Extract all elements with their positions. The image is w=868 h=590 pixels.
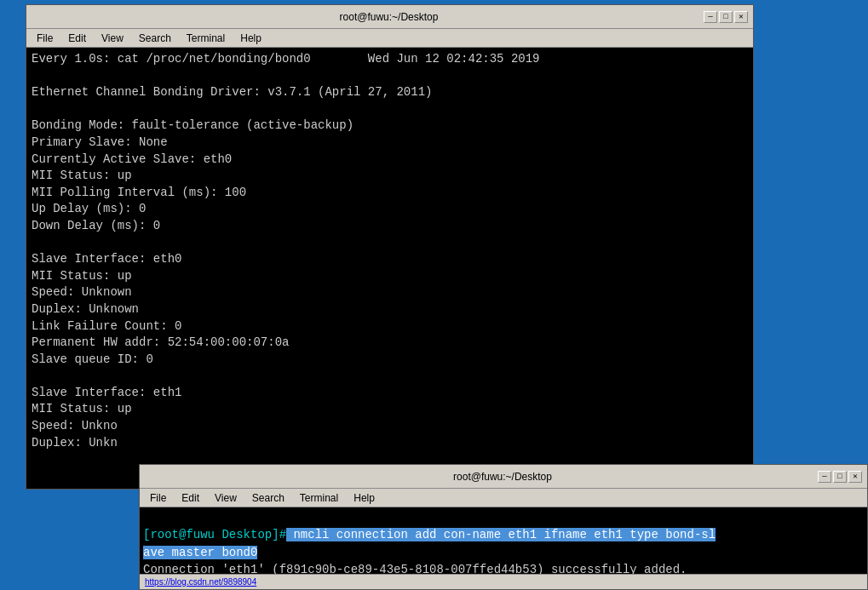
menu-edit-1[interactable]: Edit [61, 31, 93, 46]
minimize-button-2[interactable]: — [818, 471, 831, 483]
title-2: root@fuwu:~/Desktop [187, 471, 818, 483]
cmd-line-1b: ave master bond0 [143, 546, 257, 559]
menu-file-1[interactable]: File [30, 31, 60, 46]
menu-search-2[interactable]: Search [245, 490, 291, 506]
menu-help-1[interactable]: Help [233, 31, 268, 46]
close-button-1[interactable]: ✕ [734, 11, 748, 23]
maximize-button-1[interactable]: □ [719, 11, 733, 23]
output-line-1: Connection 'eth1' (f891c90b-ce89-43e5-81… [143, 563, 687, 574]
menu-file-2[interactable]: File [143, 490, 173, 506]
menubar-2: File Edit View Search Terminal Help [140, 489, 867, 507]
menu-help-2[interactable]: Help [347, 490, 382, 506]
menu-terminal-2[interactable]: Terminal [293, 490, 345, 506]
window-controls-2[interactable]: — □ ✕ [818, 471, 862, 483]
menu-edit-2[interactable]: Edit [175, 490, 206, 506]
menu-terminal-1[interactable]: Terminal [180, 31, 232, 46]
maximize-button-2[interactable]: □ [833, 471, 847, 483]
menu-view-1[interactable]: View [95, 31, 130, 46]
terminal-window-2[interactable]: root@fuwu:~/Desktop — □ ✕ File Edit View… [139, 464, 868, 590]
titlebar-2: root@fuwu:~/Desktop — □ ✕ [140, 465, 867, 489]
prompt-line-1: [root@fuwu Desktop]# [143, 528, 286, 541]
minimize-button-1[interactable]: — [704, 11, 717, 23]
statusbar-2: https://blog.csdn.net/9898904 [140, 574, 867, 589]
menu-search-1[interactable]: Search [132, 31, 178, 46]
titlebar-1: root@fuwu:~/Desktop — □ ✕ [26, 5, 753, 29]
statusbar-url: https://blog.csdn.net/9898904 [145, 577, 256, 587]
close-button-2[interactable]: ✕ [848, 471, 862, 483]
menu-view-2[interactable]: View [208, 490, 244, 506]
cmd-line-1: nmcli connection add con-name eth1 ifnam… [286, 528, 716, 541]
menubar-1: File Edit View Search Terminal Help [26, 29, 753, 48]
terminal-content-2: [root@fuwu Desktop]# nmcli connection ad… [140, 507, 867, 574]
terminal-content-1: Every 1.0s: cat /proc/net/bonding/bond0 … [26, 48, 753, 489]
title-1: root@fuwu:~/Desktop [74, 11, 704, 23]
terminal-window-1[interactable]: root@fuwu:~/Desktop — □ ✕ File Edit View… [26, 4, 754, 490]
window-controls-1[interactable]: — □ ✕ [704, 11, 748, 23]
